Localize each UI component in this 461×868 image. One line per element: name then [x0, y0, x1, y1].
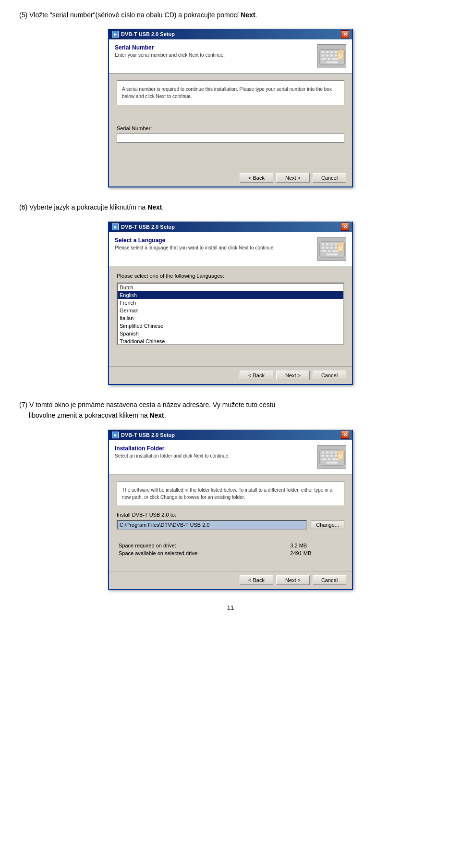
- dialog-2-cancel-button[interactable]: Cancel: [313, 371, 346, 380]
- dialog-2-titlebar: ▶ DVB-T USB 2.0 Setup ✕: [109, 222, 352, 232]
- keyboard-icon: [319, 46, 345, 67]
- folder-row: Change...: [117, 520, 344, 530]
- svg-rect-27: [330, 247, 333, 249]
- svg-rect-23: [334, 243, 338, 246]
- keyboard-icon-2: [319, 238, 345, 260]
- dialog-1-titlebar-left: ▶ DVB-T USB 2.0 Setup: [112, 31, 175, 37]
- svg-rect-14: [326, 61, 338, 63]
- language-item[interactable]: German: [118, 307, 343, 314]
- change-folder-button[interactable]: Change...: [311, 521, 344, 529]
- page-number: 11: [19, 604, 442, 611]
- svg-rect-3: [330, 51, 333, 53]
- dialog-2-next-button[interactable]: Next >: [276, 371, 310, 380]
- dialog-2-title: DVB-T USB 2.0 Setup: [121, 224, 175, 230]
- svg-rect-1: [321, 51, 325, 53]
- section-7-text: (7) V tomto okno je primárne nastavena c…: [19, 399, 442, 421]
- install-folder-label: Install DVB-T USB 2.0 to:: [117, 512, 344, 518]
- dialog-1-next-button[interactable]: Next >: [276, 173, 310, 183]
- svg-point-35: [338, 242, 340, 246]
- svg-rect-22: [330, 243, 333, 246]
- dialog-1-body: A serial number is required to continue …: [109, 74, 352, 169]
- svg-rect-26: [326, 247, 329, 249]
- language-item[interactable]: Italian: [118, 314, 343, 322]
- svg-rect-50: [328, 458, 331, 460]
- dialog-1-header-text: Serial Number Enter your serial number a…: [115, 44, 225, 58]
- space-required-row: Space required on drive: 3.2 MB: [117, 542, 344, 549]
- dialog-3-back-button[interactable]: < Back: [240, 575, 273, 585]
- folder-path-input[interactable]: [117, 520, 307, 530]
- language-item[interactable]: English: [118, 291, 343, 299]
- svg-rect-11: [321, 58, 327, 60]
- svg-point-16: [338, 50, 340, 54]
- dialog-1-back-button[interactable]: < Back: [240, 173, 273, 183]
- dialog-1-icon: ▶: [112, 31, 119, 37]
- svg-rect-42: [334, 451, 338, 454]
- svg-point-18: [342, 50, 344, 54]
- svg-point-17: [340, 49, 342, 53]
- svg-rect-12: [328, 58, 331, 60]
- svg-rect-20: [321, 243, 325, 246]
- space-required-value: 3.2 MB: [280, 542, 344, 549]
- dialog-3-cancel-button[interactable]: Cancel: [313, 575, 346, 585]
- serial-number-input[interactable]: [117, 133, 344, 143]
- language-list[interactable]: DutchEnglishFrenchGermanItalianSimplifie…: [117, 283, 344, 345]
- dialog-2-header: Select a Language Please select a langua…: [109, 232, 352, 266]
- svg-rect-30: [321, 250, 327, 252]
- svg-rect-39: [321, 451, 325, 454]
- svg-rect-33: [326, 253, 338, 256]
- dialog-1-footer: < Back Next > Cancel: [109, 169, 352, 186]
- svg-rect-6: [321, 54, 325, 57]
- language-item[interactable]: French: [118, 299, 343, 307]
- language-info-text: Please select one of the following Langu…: [117, 273, 344, 279]
- dialog-2-close-button[interactable]: ✕: [341, 223, 349, 231]
- svg-point-36: [340, 242, 342, 246]
- dialog-2-titlebar-left: ▶ DVB-T USB 2.0 Setup: [112, 223, 175, 230]
- language-item[interactable]: Spanish: [118, 330, 343, 337]
- dialog-3-close-button[interactable]: ✕: [341, 431, 349, 439]
- svg-rect-49: [321, 458, 327, 460]
- dialog-2-header-title: Select a Language: [115, 237, 275, 244]
- space-info-table: Space required on drive: 3.2 MB Space av…: [117, 542, 344, 557]
- dialog-2-header-subtitle: Please select a language that you want t…: [115, 245, 275, 250]
- dialog-1-cancel-button[interactable]: Cancel: [313, 173, 346, 183]
- section-5-text: (5) Vložte "serial number"(sériové císlo…: [19, 10, 442, 20]
- serial-number-label: Serial Number:: [117, 125, 344, 131]
- dialog-3-header-text: Installation Folder Select an installati…: [115, 445, 230, 459]
- language-dialog: ▶ DVB-T USB 2.0 Setup ✕ Select a Languag…: [108, 222, 353, 385]
- dialog-2-header-text: Select a Language Please select a langua…: [115, 237, 275, 250]
- serial-number-dialog: ▶ DVB-T USB 2.0 Setup ✕ Serial Number En…: [108, 29, 353, 187]
- installation-folder-dialog: ▶ DVB-T USB 2.0 Setup ✕ Installation Fol…: [108, 430, 353, 590]
- space-required-label: Space required on drive:: [117, 542, 280, 549]
- dialog-2-body: Please select one of the following Langu…: [109, 266, 352, 366]
- dialog-2-back-button[interactable]: < Back: [240, 371, 273, 380]
- dialog-1-info-box: A serial number is required to continue …: [117, 80, 344, 105]
- language-item[interactable]: Traditional Chinese: [118, 337, 343, 345]
- language-item[interactable]: Simplified Chinese: [118, 322, 343, 330]
- dialog-2-icon: ▶: [112, 223, 119, 230]
- svg-rect-40: [326, 451, 329, 454]
- svg-rect-46: [330, 455, 333, 457]
- svg-point-37: [342, 242, 344, 246]
- svg-rect-2: [326, 51, 329, 53]
- space-available-value: 2491 MB: [280, 549, 344, 557]
- svg-rect-4: [334, 51, 338, 53]
- dialog-1-header-title: Serial Number: [115, 44, 225, 51]
- language-item[interactable]: Dutch: [118, 284, 343, 291]
- dialog-1-title: DVB-T USB 2.0 Setup: [121, 31, 175, 37]
- dialog-3-footer: < Back Next > Cancel: [109, 571, 352, 589]
- dialog-3-next-button[interactable]: Next >: [276, 575, 310, 585]
- svg-rect-21: [326, 243, 329, 246]
- dialog-3-titlebar-left: ▶ DVB-T USB 2.0 Setup: [112, 432, 175, 438]
- section-7: (7) V tomto okno je primárne nastavena c…: [19, 399, 442, 590]
- dialog-3-title: DVB-T USB 2.0 Setup: [121, 432, 175, 438]
- svg-rect-8: [330, 54, 333, 57]
- section-6: (6) Vyberte jazyk a pokracujte kliknutím…: [19, 202, 442, 384]
- svg-rect-31: [328, 250, 331, 252]
- dialog-3-header-title: Installation Folder: [115, 445, 230, 452]
- svg-rect-7: [326, 54, 329, 57]
- dialog-3-header-subtitle: Select an installation folder and click …: [115, 453, 230, 459]
- dialog-1-close-button[interactable]: ✕: [341, 30, 349, 38]
- svg-point-55: [340, 450, 342, 454]
- section-5: (5) Vložte "serial number"(sériové císlo…: [19, 10, 442, 187]
- svg-rect-25: [321, 247, 325, 249]
